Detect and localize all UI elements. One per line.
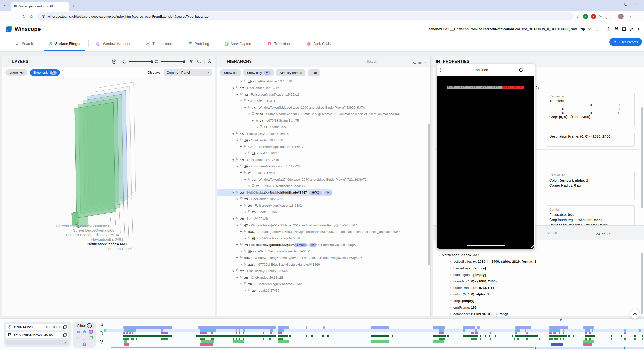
pin-icon[interactable]	[244, 282, 247, 286]
layer-label[interactable]: Common Panel	[106, 247, 132, 251]
collapse-node-icon[interactable]: ▼	[240, 100, 244, 103]
collapse-panel-icon[interactable]	[220, 59, 225, 64]
property-item[interactable]: bounds:(0, 0) - (1080, 2400)	[450, 278, 644, 284]
window-manager-filter-icon[interactable]	[89, 330, 93, 334]
upload-icon[interactable]	[607, 27, 611, 31]
hierarchy-node-10[interactable]: 10 - ImePlaceholder:13:14#10	[217, 78, 430, 85]
pin-icon[interactable]	[240, 256, 243, 260]
hierarchy-node-74[interactable]: ▼74 - WindowToken{fdddbe6 type=2000 andr…	[217, 104, 430, 111]
report-bug-icon[interactable]	[630, 27, 634, 31]
regex-toggle[interactable]: (.*)	[424, 61, 427, 64]
screen-recording-filter-icon[interactable]	[76, 330, 80, 334]
pin-icon[interactable]	[240, 197, 243, 201]
drag-handle-icon[interactable]	[440, 68, 443, 72]
collapse-node-icon[interactable]: ▼	[236, 198, 240, 201]
rotation-slider[interactable]	[129, 61, 152, 62]
trace-tab-search[interactable]: Search	[8, 36, 41, 51]
collapse-node-icon[interactable]: ▼	[244, 178, 248, 181]
trace-tab-surface-flinger[interactable]: Surface Flinger	[41, 36, 88, 51]
collapse-panel-icon[interactable]	[436, 59, 440, 64]
collapse-node-icon[interactable]: ▼	[236, 243, 240, 246]
timeline-reset-ic[interactable]	[99, 340, 104, 344]
hierarchy-node-22[interactable]: ▼22 - HideDisplayCutout:18:23#22	[217, 189, 430, 196]
collapse-filter-icon[interactable]	[87, 323, 92, 328]
scissors-extension-icon[interactable]: ✂	[599, 14, 603, 19]
browser-tab[interactable]: Winscope | sandbox-FAIL ✕	[11, 2, 69, 11]
pin-icon[interactable]	[236, 217, 239, 221]
pin-icon[interactable]	[236, 269, 239, 273]
pin-icon[interactable]	[248, 236, 251, 240]
human-time-field[interactable]: 11:04:14.228 UTC+00:00	[6, 324, 68, 330]
pin-icon[interactable]	[244, 249, 247, 253]
timeline-zoom-in-icon[interactable]	[99, 322, 104, 327]
hierarchy-node-18[interactable]: 18 - Leaf:16:16#18	[217, 150, 430, 157]
hierarchy-node-29[interactable]: ▼29 - FullscreenMagnification:26:27#29	[217, 281, 430, 287]
collapse-node-icon[interactable]: ▼	[232, 158, 236, 161]
shortcuts-icon[interactable]: ⌘	[614, 27, 618, 31]
reload-icon[interactable]: ↻	[22, 14, 26, 19]
collapse-node-icon[interactable]: ▼	[236, 256, 240, 259]
hierarchy-node-82[interactable]: 82 - StatusBar#82	[217, 124, 430, 130]
layer-label-selected[interactable]: NotificationShade#3447	[87, 242, 127, 246]
trace-tab-window-manager[interactable]: Window Manager	[89, 36, 138, 51]
match-word-toggle[interactable]: ab	[602, 232, 605, 235]
timeline-scrollbar-thumb[interactable]	[111, 347, 534, 348]
timeline-cursor[interactable]	[561, 319, 561, 346]
timeline-cursor-handle[interactable]	[559, 319, 563, 321]
range-tick[interactable]	[535, 347, 536, 349]
documentation-icon[interactable]	[622, 27, 626, 31]
hierarchy-node-16[interactable]: ▼16 - OneHanded:16:16#16	[217, 137, 430, 144]
collapse-node-icon[interactable]: ▼	[240, 283, 244, 286]
regex-toggle[interactable]: (.*)	[607, 232, 611, 235]
collapse-node-icon[interactable]: ▼	[248, 185, 252, 188]
pin-icon[interactable]	[236, 191, 239, 195]
pin-icon[interactable]	[256, 119, 258, 123]
range-tick[interactable]	[624, 347, 625, 349]
property-item[interactable]: currFrame:155	[450, 304, 644, 311]
pin-icon[interactable]	[244, 171, 247, 175]
hierarchy-node-20[interactable]: ▼20 - FullscreenMagnification:17:17#20	[217, 163, 430, 170]
omnibox[interactable]: winscope.teams.x20web.corp.google.com/pr…	[37, 12, 573, 20]
layer-label[interactable]: ScreenDecorOverlay#60	[73, 228, 114, 232]
3d-view-icon[interactable]	[112, 59, 117, 64]
hierarchy-node-27[interactable]: ▼27 - HideDisplayCutout:26:31#27	[217, 268, 430, 274]
site-settings-icon[interactable]	[41, 14, 45, 18]
hierarchy-node-23[interactable]: ▼23 - OneHanded:18:23#23	[217, 196, 430, 202]
copy-icon[interactable]	[63, 333, 67, 337]
pin-icon[interactable]	[244, 230, 247, 234]
zoom-out-icon[interactable]	[197, 59, 202, 64]
collapse-node-icon[interactable]: ▼	[240, 204, 244, 207]
hierarchy-scrollbar[interactable]	[428, 124, 430, 265]
profile-avatar[interactable]	[618, 14, 624, 19]
collapse-node-icon[interactable]: ▼	[244, 106, 248, 109]
download-icon[interactable]	[595, 27, 599, 31]
collapse-node-icon[interactable]: ▼	[244, 237, 248, 240]
collapse-node-icon[interactable]: ▼	[232, 132, 236, 135]
collapse-node-icon[interactable]: ▼	[252, 119, 256, 122]
hierarchy-node-21[interactable]: ▼21 - Leaf:17:17#21	[217, 170, 430, 176]
trace-tab-protolog[interactable]: ProtoLog	[180, 36, 217, 51]
pin-icon[interactable]	[248, 289, 251, 293]
new-tab-button[interactable]: +	[72, 4, 75, 9]
resize-handle-icon[interactable]	[531, 245, 534, 248]
collapse-node-icon[interactable]: ▼	[240, 145, 244, 148]
pin-icon[interactable]	[244, 262, 247, 267]
pin-icon[interactable]	[259, 125, 262, 129]
collapse-node-icon[interactable]: ▼	[236, 165, 240, 168]
hierarchy-node-3368[interactable]: ▼3368 - WindowToken{f6b2f60 type=2024 an…	[217, 255, 430, 261]
properties-scrollbar[interactable]	[641, 107, 643, 208]
collapse-node-icon[interactable]: ▼	[240, 171, 244, 174]
property-item[interactable]: dataspace:BT709 sRGB Full range	[450, 311, 644, 317]
details-scrollbar[interactable]	[641, 253, 643, 314]
collapse-node-icon[interactable]: ▼	[236, 139, 240, 142]
spacing-slider[interactable]	[161, 61, 184, 62]
copy-icon[interactable]	[63, 325, 67, 329]
hierarchy-node-26[interactable]: ▼26 - Leaf:24:25#26	[217, 215, 430, 222]
collapse-node-icon[interactable]: ▼	[232, 191, 236, 194]
timeline-range-selection[interactable]	[535, 347, 644, 349]
collapse-node-icon[interactable]: ▼	[232, 86, 236, 90]
trace-tab-jank-cujs[interactable]: Jank CUJs	[299, 36, 338, 51]
pin-icon[interactable]	[252, 184, 254, 188]
tab-search-chevron-icon[interactable]: ⌄	[4, 3, 6, 7]
pin-icon[interactable]	[248, 210, 251, 214]
